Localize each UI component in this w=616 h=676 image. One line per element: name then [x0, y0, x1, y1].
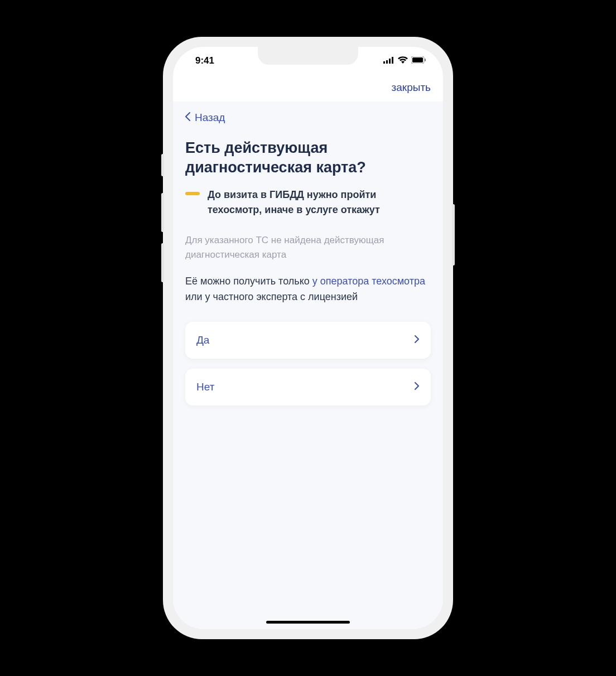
svg-rect-3 [392, 57, 393, 64]
warning-block: До визита в ГИБДД нужно пройти техосмотр… [185, 187, 431, 218]
info-suffix: или у частного эксперта с лицензией [185, 291, 358, 302]
svg-rect-2 [389, 59, 391, 64]
top-bar: закрыть [173, 75, 443, 102]
back-button[interactable]: Назад [185, 112, 225, 124]
option-yes[interactable]: Да [185, 322, 431, 359]
chevron-right-icon [415, 335, 420, 345]
volume-up-button [161, 193, 164, 232]
page-title: Есть действующая диагностическая карта? [185, 138, 431, 177]
svg-rect-6 [425, 59, 426, 61]
notch [258, 47, 358, 65]
svg-rect-0 [383, 61, 385, 64]
wifi-icon [398, 55, 408, 66]
svg-rect-1 [386, 60, 388, 64]
info-text: Её можно получить только у оператора тех… [185, 274, 431, 305]
chevron-left-icon [185, 112, 190, 124]
chevron-right-icon [415, 382, 420, 392]
option-yes-label: Да [196, 334, 209, 346]
close-button[interactable]: закрыть [392, 81, 431, 94]
warning-text: До визита в ГИБДД нужно пройти техосмотр… [208, 187, 431, 218]
status-time: 9:41 [190, 55, 214, 66]
signal-icon [383, 55, 394, 66]
battery-icon [411, 55, 426, 66]
screen: 9:41 закрыть Назад [173, 47, 443, 629]
content-area: Назад Есть действующая диагностическая к… [173, 102, 443, 629]
side-button [161, 154, 164, 176]
option-no[interactable]: Нет [185, 369, 431, 405]
volume-down-button [161, 243, 164, 282]
phone-frame: 9:41 закрыть Назад [163, 37, 453, 639]
status-icons [383, 55, 426, 66]
back-label: Назад [195, 112, 225, 124]
svg-rect-5 [412, 57, 423, 62]
operator-link[interactable]: у оператора техосмотра [312, 276, 425, 287]
option-no-label: Нет [196, 381, 214, 393]
info-prefix: Её можно получить только [185, 276, 312, 287]
power-button [452, 204, 455, 265]
home-indicator[interactable] [266, 621, 350, 624]
status-message: Для указанного ТС не найдена действующая… [185, 233, 431, 262]
warning-accent-icon [185, 192, 200, 195]
